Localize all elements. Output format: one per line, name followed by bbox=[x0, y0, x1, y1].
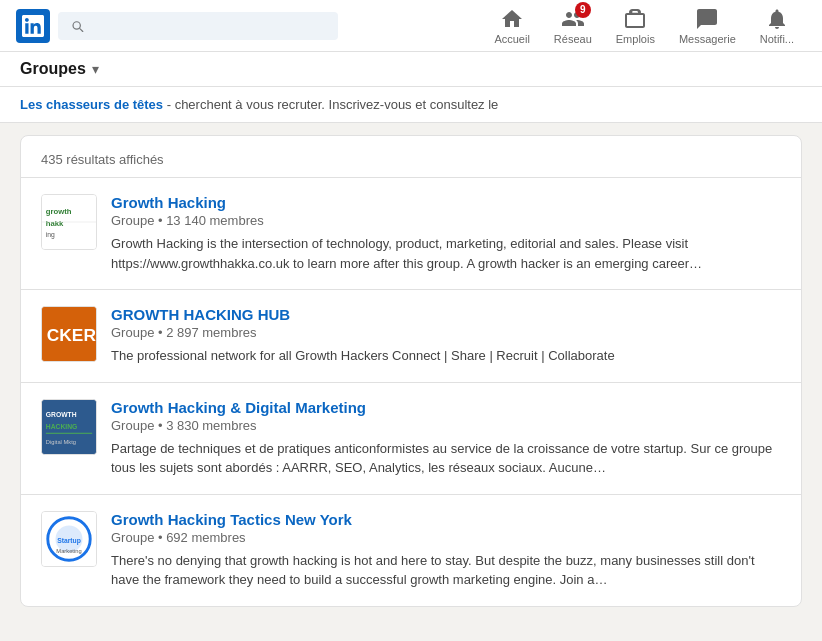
list-item: GROWTH HACKING Digital Mktg Growth Hacki… bbox=[21, 383, 801, 495]
svg-text:Startup: Startup bbox=[57, 536, 81, 544]
nav-notifications[interactable]: Notifi... bbox=[748, 0, 806, 52]
chat-icon bbox=[695, 7, 719, 31]
search-icon bbox=[70, 18, 85, 34]
result-title-2[interactable]: GROWTH HACKING HUB bbox=[111, 306, 290, 323]
briefcase-icon bbox=[623, 7, 647, 31]
svg-text:Digital Mktg: Digital Mktg bbox=[46, 439, 76, 445]
result-body-4: Growth Hacking Tactics New York Groupe •… bbox=[111, 511, 781, 590]
people-icon: 9 bbox=[561, 7, 585, 31]
nav-emplois[interactable]: Emplois bbox=[604, 0, 667, 52]
results-container: 435 résultats affichés growth hakk ing G… bbox=[20, 135, 802, 607]
svg-text:growth: growth bbox=[46, 207, 72, 216]
result-meta-4: Groupe • 692 membres bbox=[111, 530, 781, 545]
result-title-4[interactable]: Growth Hacking Tactics New York bbox=[111, 511, 352, 528]
result-desc-2: The professional network for all Growth … bbox=[111, 346, 781, 366]
list-item: CKER H GROWTH HACKING HUB Groupe • 2 897… bbox=[21, 290, 801, 383]
header: Growth hacking Accueil 9 Réseau Emplois bbox=[0, 0, 822, 52]
group-thumbnail-3: GROWTH HACKING Digital Mktg bbox=[41, 399, 97, 455]
bell-icon bbox=[765, 7, 789, 31]
result-title-1[interactable]: Growth Hacking bbox=[111, 194, 226, 211]
svg-rect-10 bbox=[46, 432, 92, 433]
sub-nav-label[interactable]: Groupes bbox=[20, 60, 86, 78]
nav-messagerie-label: Messagerie bbox=[679, 33, 736, 45]
banner-text: - cherchent à vous recruter. Inscrivez-v… bbox=[163, 97, 498, 112]
svg-text:Marketing: Marketing bbox=[56, 547, 81, 553]
banner: Les chasseurs de têtes - cherchent à vou… bbox=[0, 87, 822, 123]
result-meta-1: Groupe • 13 140 membres bbox=[111, 213, 781, 228]
result-body-2: GROWTH HACKING HUB Groupe • 2 897 membre… bbox=[111, 306, 781, 366]
nav-accueil[interactable]: Accueil bbox=[482, 0, 541, 52]
result-desc-4: There's no denying that growth hacking i… bbox=[111, 551, 781, 590]
nav-accueil-label: Accueil bbox=[494, 33, 529, 45]
result-meta-2: Groupe • 2 897 membres bbox=[111, 325, 781, 340]
svg-text:GROWTH: GROWTH bbox=[46, 411, 77, 418]
svg-text:CKER H: CKER H bbox=[47, 325, 96, 345]
home-icon bbox=[500, 7, 524, 31]
reseau-badge: 9 bbox=[575, 2, 591, 18]
group-thumbnail-1: growth hakk ing bbox=[41, 194, 97, 250]
svg-text:hakk: hakk bbox=[46, 219, 64, 228]
svg-text:HACKING: HACKING bbox=[46, 422, 77, 429]
group-thumbnail-4: Startup Marketing bbox=[41, 511, 97, 567]
list-item: growth hakk ing Growth Hacking Groupe • … bbox=[21, 178, 801, 290]
nav-reseau[interactable]: 9 Réseau bbox=[542, 0, 604, 52]
result-body-3: Growth Hacking & Digital Marketing Group… bbox=[111, 399, 781, 478]
nav-reseau-label: Réseau bbox=[554, 33, 592, 45]
nav-emplois-label: Emplois bbox=[616, 33, 655, 45]
chevron-down-icon[interactable]: ▾ bbox=[92, 61, 99, 77]
linkedin-logo[interactable] bbox=[16, 9, 50, 43]
banner-link[interactable]: Les chasseurs de têtes bbox=[20, 97, 163, 112]
nav-messagerie[interactable]: Messagerie bbox=[667, 0, 748, 52]
group-thumbnail-2: CKER H bbox=[41, 306, 97, 362]
list-item: Startup Marketing Growth Hacking Tactics… bbox=[21, 495, 801, 606]
nav-notifications-label: Notifi... bbox=[760, 33, 794, 45]
sub-nav: Groupes ▾ bbox=[0, 52, 822, 87]
result-meta-3: Groupe • 3 830 membres bbox=[111, 418, 781, 433]
result-body-1: Growth Hacking Groupe • 13 140 membres G… bbox=[111, 194, 781, 273]
result-desc-3: Partage de techniques et de pratiques an… bbox=[111, 439, 781, 478]
result-title-3[interactable]: Growth Hacking & Digital Marketing bbox=[111, 399, 366, 416]
results-count: 435 résultats affichés bbox=[21, 136, 801, 178]
result-desc-1: Growth Hacking is the intersection of te… bbox=[111, 234, 781, 273]
search-bar[interactable]: Growth hacking bbox=[58, 12, 338, 40]
nav-items: Accueil 9 Réseau Emplois Messagerie bbox=[482, 0, 806, 52]
search-input[interactable]: Growth hacking bbox=[93, 18, 326, 34]
svg-text:ing: ing bbox=[46, 231, 55, 239]
